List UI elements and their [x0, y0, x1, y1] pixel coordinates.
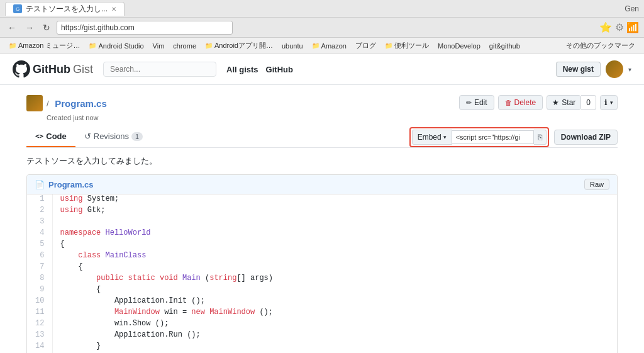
refresh-button[interactable]: ↻: [40, 21, 53, 34]
bookmark-amazon-music[interactable]: 📁 Amazon ミュージ…: [5, 40, 84, 52]
bookmark-label: MonoDevelop: [438, 42, 480, 50]
table-row: 4 namespace HelloWorld: [27, 228, 617, 240]
browser-window: G テストソースを入力し... ✕ Gen ← → ↻ ⭐ ⚙ 📶 📁 Amaz…: [0, 0, 644, 353]
code-line: using Gtk;: [52, 206, 617, 217]
search-input[interactable]: [103, 62, 216, 77]
line-number: 14: [27, 342, 52, 353]
gist-filename[interactable]: Program.cs: [55, 98, 107, 109]
bookmark-label: Vim: [153, 42, 165, 50]
download-zip-button[interactable]: Download ZIP: [554, 130, 618, 145]
tab-close-btn[interactable]: ✕: [111, 6, 116, 13]
trash-icon: 🗑: [505, 99, 512, 106]
bookmark-label: その他のブックマーク: [566, 41, 635, 50]
gist-container: / Program.cs Created just now ✏ Edit 🗑 D…: [14, 85, 630, 353]
avatar-dropdown-icon[interactable]: ▾: [628, 66, 631, 73]
bookmark-amazon[interactable]: 📁 Amazon: [308, 41, 350, 51]
browser-tab[interactable]: G テストソースを入力し... ✕: [5, 2, 125, 16]
edit-button[interactable]: ✏ Edit: [459, 95, 494, 110]
revisions-badge: 1: [131, 132, 143, 141]
gist-owner-avatar[interactable]: [26, 95, 43, 111]
line-number: 2: [27, 206, 52, 217]
star-count: 0: [581, 95, 596, 110]
bookmarks-bar: 📁 Amazon ミュージ… 📁 Android Studio Vim chro…: [0, 38, 644, 54]
revisions-icon: ↺: [84, 132, 91, 141]
info-button[interactable]: ℹ ▾: [600, 95, 618, 110]
bookmark-label: Androidアプリ開…: [214, 41, 273, 50]
folder-icon: 📁: [312, 42, 319, 49]
table-row: 11 MainWindow win = new MainWindow ();: [27, 308, 617, 319]
address-bar[interactable]: [57, 21, 233, 35]
line-number: 13: [27, 330, 52, 342]
info-icon: ℹ: [604, 98, 608, 107]
code-table: 1 using System; 2 using Gtk; 3: [27, 194, 617, 353]
bookmark-vim[interactable]: Vim: [149, 41, 169, 51]
gist-owner-slash: /: [47, 99, 51, 108]
all-gists-link[interactable]: All gists: [226, 65, 258, 74]
github-logo[interactable]: GitHub Gist: [13, 60, 93, 78]
embed-copy-button[interactable]: ⎘: [534, 130, 547, 145]
line-number: 1: [27, 194, 52, 206]
browser-title-bar: G テストソースを入力し... ✕ Gen: [0, 0, 644, 18]
page-scroll-area[interactable]: GitHub Gist All gists GitHub New gist ▾: [0, 54, 644, 353]
file-icon: 📄: [35, 180, 45, 189]
tab-code[interactable]: <> Code: [26, 126, 75, 147]
bookmark-chrome[interactable]: chrome: [169, 41, 200, 51]
embed-input[interactable]: [452, 130, 534, 144]
star-button[interactable]: ★ Star: [547, 95, 581, 110]
star-group: ★ Star 0: [547, 95, 596, 110]
gist-meta-row: / Program.cs Created just now ✏ Edit 🗑 D…: [26, 95, 618, 126]
line-number: 12: [27, 319, 52, 330]
line-number: 7: [27, 262, 52, 274]
code-line: using System;: [52, 194, 617, 206]
raw-button[interactable]: Raw: [584, 179, 609, 190]
code-line: Application.Init ();: [52, 296, 617, 308]
bookmark-label: ブログ: [355, 41, 376, 50]
bookmark-blog[interactable]: ブログ: [352, 40, 380, 52]
main-nav: All gists GitHub: [226, 65, 293, 74]
bookmark-ubuntu[interactable]: ubuntu: [278, 41, 307, 51]
bookmark-git-github[interactable]: git&github: [486, 41, 524, 51]
gist-toolbar-right: Embed ▾ ⎘ Download ZIP: [409, 127, 618, 147]
delete-button[interactable]: 🗑 Delete: [498, 95, 543, 110]
user-avatar[interactable]: [606, 60, 623, 78]
file-block: 📄 Program.cs Raw 1 using System; 2: [26, 174, 618, 353]
gist-meta-left: / Program.cs Created just now: [26, 95, 459, 126]
bookmark-label: Android Studio: [98, 42, 143, 50]
folder-icon: 📁: [205, 42, 213, 49]
bookmark-tools[interactable]: 📁 便利ツール: [381, 40, 433, 52]
bookmark-android-apps[interactable]: 📁 Androidアプリ開…: [201, 40, 277, 52]
browser-toolbar: ← → ↻ ⭐ ⚙ 📶: [0, 18, 644, 38]
file-name[interactable]: Program.cs: [48, 180, 94, 189]
logo-text: GitHub: [33, 63, 70, 76]
back-button[interactable]: ←: [5, 21, 19, 34]
table-row: 8 public static void Main (string[] args…: [27, 274, 617, 285]
table-row: 1 using System;: [27, 194, 617, 206]
table-row: 3: [27, 217, 617, 228]
table-row: 14 }: [27, 342, 617, 353]
gist-text: Gist: [73, 63, 93, 76]
bookmark-label: ubuntu: [282, 42, 303, 50]
forward-button[interactable]: →: [23, 21, 36, 34]
chevron-down-icon: ▾: [610, 99, 613, 106]
octocat-icon: [13, 60, 30, 78]
bookmark-monodevelop[interactable]: MonoDevelop: [434, 41, 484, 51]
table-row: 12 win.Show ();: [27, 319, 617, 330]
bookmark-label: Amazon: [321, 42, 347, 50]
github-link[interactable]: GitHub: [266, 65, 293, 74]
pencil-icon: ✏: [466, 99, 472, 107]
embed-button[interactable]: Embed ▾: [412, 130, 452, 145]
table-row: 7 {: [27, 262, 617, 274]
tab-revisions[interactable]: ↺ Revisions 1: [75, 126, 152, 147]
line-number: 4: [27, 228, 52, 240]
bookmark-other[interactable]: その他のブックマーク: [562, 40, 639, 52]
new-gist-button[interactable]: New gist: [556, 62, 601, 77]
star-label: Star: [562, 98, 575, 107]
bookmark-label: git&github: [489, 42, 520, 50]
gist-meta: / Program.cs: [26, 95, 459, 111]
line-number: 5: [27, 240, 52, 251]
code-line: }: [52, 342, 617, 353]
tab-favicon: G: [13, 4, 22, 13]
gist-tabs: <> Code ↺ Revisions 1 Embed ▾: [26, 126, 618, 148]
code-tab-icon: <>: [35, 132, 43, 140]
bookmark-android-studio[interactable]: 📁 Android Studio: [85, 41, 147, 51]
